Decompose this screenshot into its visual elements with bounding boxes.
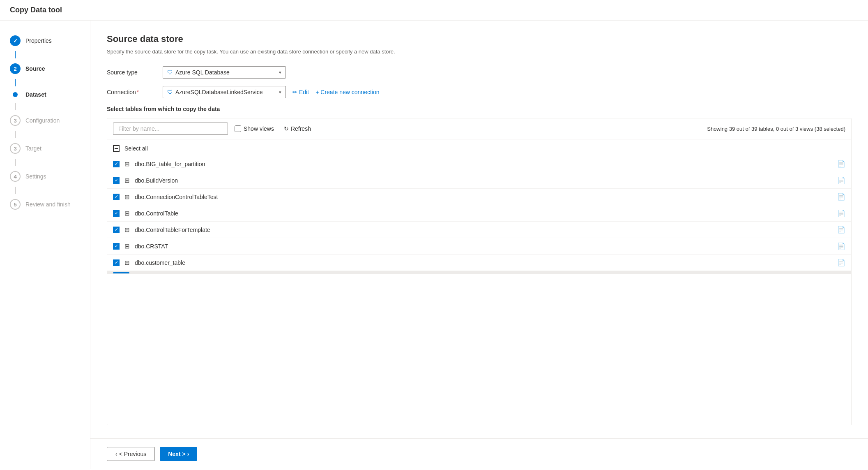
table-name-6: dbo.customer_table <box>135 259 832 266</box>
page-title: Source data store <box>107 34 852 44</box>
step-circle-target: 3 <box>10 143 21 154</box>
connection-chevron-icon: ▾ <box>279 90 281 95</box>
scroll-thumb <box>113 272 129 273</box>
doc-icon-0[interactable]: 📄 <box>837 160 845 168</box>
footer: ‹ < Previous Next > › <box>90 438 868 469</box>
table-checkbox-4[interactable]: ✓ <box>113 227 120 233</box>
table-toolbar: Show views ↻ Refresh Showing 39 out of 3… <box>107 118 851 139</box>
sidebar-item-dataset[interactable]: Dataset <box>0 86 90 103</box>
connector-5 <box>15 159 16 166</box>
table-name-4: dbo.ControlTableForTemplate <box>135 227 832 233</box>
page-description: Specify the source data store for the co… <box>107 49 852 55</box>
table-checkbox-3[interactable]: ✓ <box>113 210 120 217</box>
source-type-dropdown[interactable]: 🛡 Azure SQL Database ▾ <box>163 66 286 79</box>
table-name-0: dbo.BIG_table_for_partition <box>135 161 832 167</box>
table-row[interactable]: ✓ ⊞ dbo.ControlTableForTemplate 📄 <box>107 222 851 238</box>
table-select-area: Show views ↻ Refresh Showing 39 out of 3… <box>107 118 852 425</box>
doc-icon-4[interactable]: 📄 <box>837 226 845 234</box>
sidebar-item-review[interactable]: 5 Review and finish <box>0 194 90 215</box>
next-icon: › <box>187 451 189 457</box>
table-grid-icon-6: ⊞ <box>124 259 130 266</box>
filter-input[interactable] <box>113 123 228 135</box>
source-type-row: Source type 🛡 Azure SQL Database ▾ <box>107 66 852 79</box>
table-name-3: dbo.ControlTable <box>135 210 832 217</box>
table-grid-icon-2: ⊞ <box>124 193 130 201</box>
pencil-icon: ✏ <box>292 89 297 95</box>
connector-4 <box>15 131 16 138</box>
show-views-checkbox[interactable] <box>235 125 241 132</box>
sidebar-item-source[interactable]: 2 Source <box>0 58 90 79</box>
table-checkbox-5[interactable]: ✓ <box>113 243 120 250</box>
step-circle-review: 5 <box>10 199 21 210</box>
plus-icon: + <box>315 89 319 95</box>
previous-icon: ‹ <box>115 451 117 457</box>
connection-label: Connection* <box>107 89 156 95</box>
sidebar-item-configuration[interactable]: 3 Configuration <box>0 110 90 131</box>
connector-1 <box>15 51 16 58</box>
table-grid-icon-4: ⊞ <box>124 226 130 234</box>
table-count: Showing 39 out of 39 tables, 0 out of 3 … <box>707 126 845 132</box>
edit-connection-link[interactable]: ✏ Edit <box>292 89 309 95</box>
table-row[interactable]: ✓ ⊞ dbo.CRSTAT 📄 <box>107 238 851 255</box>
connection-value: AzureSQLDatabaseLinkedService <box>175 89 276 95</box>
table-row[interactable]: ✓ ⊞ dbo.ConnectionControlTableTest 📄 <box>107 189 851 205</box>
create-connection-link[interactable]: + Create new connection <box>315 89 379 95</box>
select-tables-label: Select tables from which to copy the dat… <box>107 106 852 112</box>
select-all-checkbox[interactable] <box>113 145 120 152</box>
table-row[interactable]: ✓ ⊞ dbo.BIG_table_for_partition 📄 <box>107 156 851 172</box>
doc-icon-2[interactable]: 📄 <box>837 193 845 201</box>
step-circle-dataset <box>13 92 18 97</box>
show-views-wrapper[interactable]: Show views <box>235 125 274 132</box>
table-name-5: dbo.CRSTAT <box>135 243 832 250</box>
table-name-2: dbo.ConnectionControlTableTest <box>135 194 832 200</box>
table-row[interactable]: ✓ ⊞ dbo.customer_table 📄 <box>107 255 851 271</box>
connection-row: Connection* 🛡 AzureSQLDatabaseLinkedServ… <box>107 86 852 98</box>
table-list: Select all ✓ ⊞ dbo.BIG_table_for_partiti… <box>107 139 851 425</box>
connection-dropdown[interactable]: 🛡 AzureSQLDatabaseLinkedService ▾ <box>163 86 286 98</box>
show-views-label: Show views <box>244 125 274 132</box>
chevron-down-icon: ▾ <box>279 70 281 75</box>
step-circle-properties: ✓ <box>10 35 21 46</box>
sidebar-label-dataset: Dataset <box>25 91 46 98</box>
sidebar-item-settings[interactable]: 4 Settings <box>0 166 90 187</box>
select-all-row[interactable]: Select all <box>107 141 851 156</box>
scroll-indicator <box>107 271 851 274</box>
table-row[interactable]: ✓ ⊞ dbo.BuildVersion 📄 <box>107 172 851 189</box>
step-circle-source: 2 <box>10 63 21 74</box>
table-checkbox-2[interactable]: ✓ <box>113 194 120 200</box>
doc-icon-5[interactable]: 📄 <box>837 242 845 250</box>
sidebar-label-source: Source <box>25 65 45 72</box>
next-button[interactable]: Next > › <box>160 447 197 461</box>
refresh-button[interactable]: ↻ Refresh <box>281 124 314 134</box>
azure-sql-connection-icon: 🛡 <box>167 89 173 95</box>
sidebar-label-review: Review and finish <box>25 201 71 208</box>
table-grid-icon-5: ⊞ <box>124 243 130 250</box>
main-content: Source data store Specify the source dat… <box>90 21 868 438</box>
previous-button[interactable]: ‹ < Previous <box>107 447 155 461</box>
doc-icon-3[interactable]: 📄 <box>837 209 845 217</box>
indeterminate-icon <box>115 148 118 149</box>
doc-icon-1[interactable]: 📄 <box>837 176 845 184</box>
azure-sql-icon: 🛡 <box>167 69 173 76</box>
sidebar-label-settings: Settings <box>25 173 46 180</box>
select-all-label: Select all <box>124 145 148 152</box>
sidebar-label-configuration: Configuration <box>25 117 60 124</box>
table-checkbox-1[interactable]: ✓ <box>113 177 120 184</box>
connector-3 <box>15 103 16 110</box>
table-name-1: dbo.BuildVersion <box>135 177 832 184</box>
refresh-icon: ↻ <box>284 125 289 132</box>
table-grid-icon-0: ⊞ <box>124 160 130 168</box>
table-grid-icon-3: ⊞ <box>124 210 130 217</box>
doc-icon-6[interactable]: 📄 <box>837 259 845 266</box>
connector-2 <box>15 79 16 86</box>
app-title: Copy Data tool <box>0 0 868 21</box>
sidebar: ✓ Properties 2 Source Dataset 3 Configur… <box>0 21 90 469</box>
step-circle-settings: 4 <box>10 171 21 182</box>
sidebar-item-properties[interactable]: ✓ Properties <box>0 30 90 51</box>
sidebar-label-target: Target <box>25 145 41 152</box>
sidebar-item-target[interactable]: 3 Target <box>0 138 90 159</box>
table-checkbox-6[interactable]: ✓ <box>113 259 120 266</box>
required-indicator: * <box>137 89 139 95</box>
table-row[interactable]: ✓ ⊞ dbo.ControlTable 📄 <box>107 205 851 222</box>
table-checkbox-0[interactable]: ✓ <box>113 161 120 167</box>
